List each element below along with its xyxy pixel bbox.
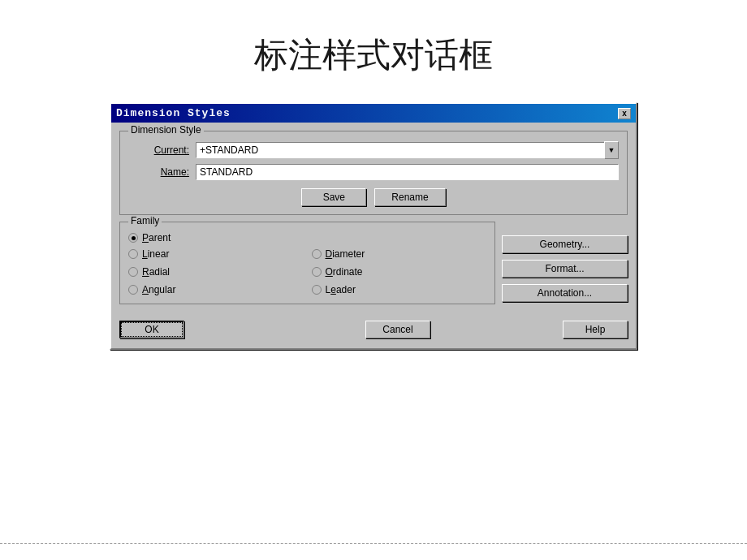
radio-diameter-label: Diameter xyxy=(326,248,365,260)
radio-radial-label: Radial xyxy=(142,266,170,278)
radio-leader-row: Leader xyxy=(312,284,487,295)
name-label: Name: xyxy=(128,166,189,178)
family-group: Family Parent Linear xyxy=(119,222,495,304)
family-group-label: Family xyxy=(128,215,162,226)
ok-button[interactable]: OK xyxy=(119,321,184,338)
radio-ordinate-label: Ordinate xyxy=(326,266,363,278)
page-separator xyxy=(0,543,747,544)
dimension-style-group-label: Dimension Style xyxy=(128,124,204,136)
current-row: Current: ▼ xyxy=(128,141,619,159)
dim-style-section: Current: ▼ Name: xyxy=(128,141,619,206)
annotation-button[interactable]: Annotation... xyxy=(502,284,628,302)
radio-diameter[interactable] xyxy=(312,249,322,259)
radio-diameter-row: Diameter xyxy=(312,248,487,260)
dialog-body: Dimension Style Current: ▼ xyxy=(111,123,636,348)
current-label: Current: xyxy=(128,144,189,156)
radio-ordinate[interactable] xyxy=(312,267,322,277)
radio-parent-row: Parent xyxy=(128,232,486,243)
rename-button[interactable]: Rename xyxy=(374,188,445,206)
current-dropdown-arrow[interactable]: ▼ xyxy=(604,141,619,159)
format-button[interactable]: Format... xyxy=(502,260,628,278)
radio-angular-row: Angular xyxy=(128,284,304,295)
radio-parent[interactable] xyxy=(128,233,138,243)
dimension-style-group: Dimension Style Current: ▼ xyxy=(119,131,628,215)
title-bar: Dimension Styles x xyxy=(111,104,636,123)
save-button[interactable]: Save xyxy=(301,188,366,206)
name-input[interactable] xyxy=(196,164,619,180)
radio-parent-label: Parent xyxy=(142,232,171,243)
dimension-styles-dialog: Dimension Styles x Dimension Style Curre… xyxy=(110,102,637,350)
side-buttons: Geometry... Format... Annotation... xyxy=(502,222,628,311)
radio-linear-row: Linear xyxy=(128,248,304,260)
radio-linear-label: Linear xyxy=(142,248,169,260)
close-button[interactable]: x xyxy=(618,108,631,119)
name-row: Name: xyxy=(128,164,619,180)
radio-leader-label: Leader xyxy=(326,284,356,295)
radio-grid: Linear Diameter Radial Ordinate xyxy=(128,248,486,295)
current-input[interactable] xyxy=(196,142,605,158)
page-title: 标注样式对话框 xyxy=(0,32,747,78)
main-content: Family Parent Linear xyxy=(119,222,628,311)
cancel-button[interactable]: Cancel xyxy=(365,321,430,338)
radio-leader[interactable] xyxy=(312,285,322,295)
help-button[interactable]: Help xyxy=(563,321,628,338)
geometry-button[interactable]: Geometry... xyxy=(502,235,628,253)
radio-angular[interactable] xyxy=(128,285,138,295)
radio-radial[interactable] xyxy=(128,267,138,277)
current-select-wrapper: ▼ xyxy=(196,141,619,159)
radio-radial-row: Radial xyxy=(128,266,304,278)
radio-ordinate-row: Ordinate xyxy=(312,266,487,278)
save-rename-buttons: Save Rename xyxy=(128,188,619,206)
dialog-title: Dimension Styles xyxy=(116,107,231,119)
radio-angular-label: Angular xyxy=(142,284,175,295)
radio-linear[interactable] xyxy=(128,249,138,259)
bottom-buttons: OK Cancel Help xyxy=(119,317,628,340)
